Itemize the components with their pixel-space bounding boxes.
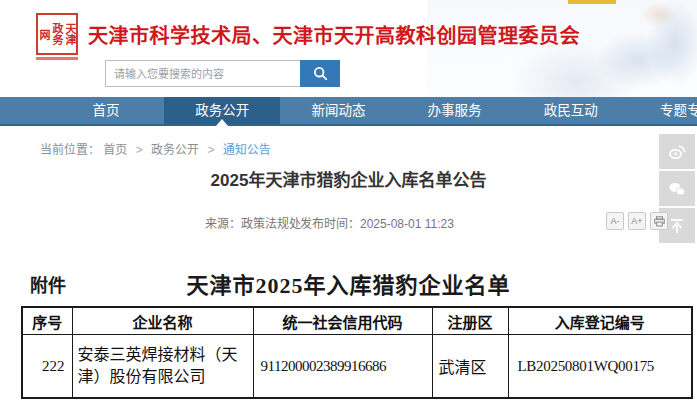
seal-col-1: 天津: [64, 23, 76, 45]
article-source: 来源：政策法规处: [205, 214, 301, 231]
attachment-title: 天津市2025年入库猎豹企业名单: [0, 267, 697, 299]
col-header-credit-code: 统一社会信用代码: [253, 307, 432, 335]
search-icon: [313, 66, 328, 81]
cell-seq: 222: [22, 335, 72, 399]
seal-col-3: 网: [38, 29, 50, 40]
search-input[interactable]: [105, 60, 300, 87]
cell-district: 武清区: [432, 335, 508, 399]
article-title: 2025年天津市猎豹企业入库名单公告: [0, 166, 697, 191]
nav-item-interaction[interactable]: 政民互动: [513, 97, 629, 124]
nav-label: 专题专栏: [660, 103, 697, 118]
col-header-company: 企业名称: [72, 307, 253, 335]
breadcrumb-home[interactable]: 首页: [103, 143, 127, 157]
nav-label: 首页: [93, 103, 120, 118]
nav-label: 政民互动: [544, 103, 598, 118]
nav-label: 办事服务: [428, 103, 482, 118]
breadcrumb: 当前位置： 首页 > 政务公开 > 通知公告: [40, 140, 271, 157]
nav-label: 政务公开: [195, 103, 249, 118]
nav-item-news[interactable]: 新闻动态: [280, 97, 396, 124]
breadcrumb-separator: >: [136, 143, 143, 157]
cell-reg-number: LB20250801WQ00175: [508, 335, 692, 399]
seal-col-2: 政务: [51, 23, 63, 45]
site-seal-logo: 天津 政务 网: [36, 13, 78, 55]
search-button[interactable]: [300, 60, 340, 87]
nav-item-services[interactable]: 办事服务: [397, 97, 513, 124]
print-button[interactable]: [650, 212, 668, 230]
col-header-reg-number: 入库登记编号: [508, 307, 692, 335]
font-increase-button[interactable]: A+: [628, 212, 646, 230]
col-header-seq: 序号: [22, 307, 72, 335]
weibo-share-button[interactable]: [659, 134, 695, 169]
nav-label: 新闻动态: [311, 103, 365, 118]
header-yellow-tab: [568, 0, 616, 4]
nav-item-home[interactable]: 首页: [48, 97, 164, 124]
weibo-share-icon: [667, 142, 687, 162]
article-meta: 来源：政策法规处 发布时间：2025-08-01 11:23 A- A+: [0, 212, 697, 232]
seal-caption-line: [36, 57, 78, 60]
search-bar: [105, 60, 340, 87]
cell-company: 安泰三英焊接材料（天津）股份有限公司: [72, 335, 253, 399]
article-toolbar: A- A+: [606, 212, 668, 230]
nav-item-special-topics[interactable]: 专题专栏: [629, 97, 697, 124]
breadcrumb-notices[interactable]: 通知公告: [223, 143, 271, 157]
table-row: 222 安泰三英焊接材料（天津）股份有限公司 91120000238991668…: [22, 335, 692, 399]
article-publish-time: 发布时间：2025-08-01 11:23: [300, 214, 454, 231]
table-header-row: 序号 企业名称 统一社会信用代码 注册区 入库登记编号: [22, 307, 692, 335]
font-decrease-button[interactable]: A-: [606, 212, 624, 230]
printer-icon: [654, 216, 665, 227]
enterprise-table: 序号 企业名称 统一社会信用代码 注册区 入库登记编号 222 安泰三英焊接材料…: [21, 306, 693, 399]
nav-item-gov-disclosure[interactable]: 政务公开: [164, 97, 280, 124]
col-header-district: 注册区: [432, 307, 508, 335]
active-tab-caret: [216, 119, 228, 126]
breadcrumb-gov-disclosure[interactable]: 政务公开: [151, 143, 199, 157]
main-nav: 首页 政务公开 新闻动态 办事服务 政民互动 专题专栏: [0, 97, 697, 126]
site-title: 天津市科学技术局、天津市天开高教科创园管理委员会: [88, 20, 580, 49]
site-header: 天津 政务 网 天津市科学技术局、天津市天开高教科创园管理委员会: [0, 0, 697, 97]
breadcrumb-separator: >: [207, 143, 214, 157]
cell-credit-code: 911200002389916686: [253, 335, 432, 399]
breadcrumb-prefix: 当前位置：: [40, 143, 100, 157]
